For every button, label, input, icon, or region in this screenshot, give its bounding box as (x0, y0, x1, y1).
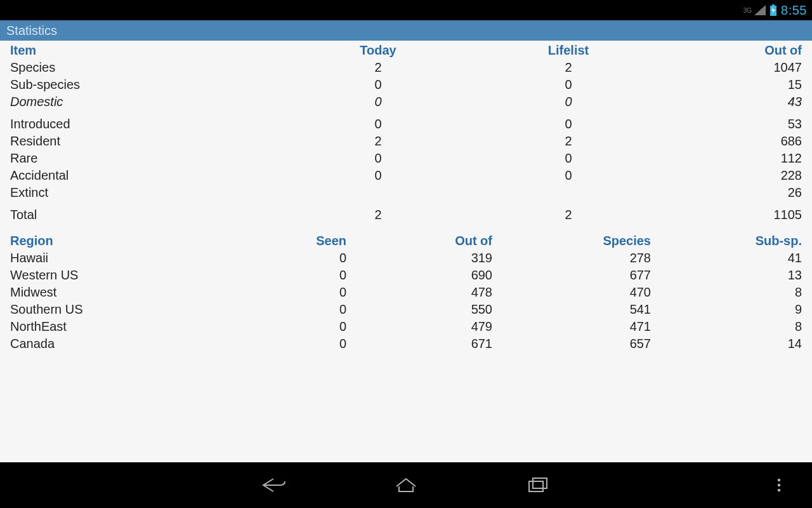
col-species: Species (492, 234, 651, 248)
table-row: Accidental00228 (10, 168, 802, 185)
item-label: Species (10, 60, 283, 75)
col-today: Today (283, 43, 473, 58)
region-seen: 0 (169, 251, 346, 265)
table-row: Domestic0043 (10, 95, 802, 112)
region-seen: 0 (169, 285, 346, 300)
region-label: Canada (10, 337, 169, 351)
content: Item Today Lifelist Out of Species221047… (0, 41, 812, 462)
col-seen: Seen (169, 234, 346, 248)
items-header-row: Item Today Lifelist Out of (10, 43, 802, 60)
region-subsp: 8 (651, 285, 802, 300)
col-outof: Out of (664, 43, 802, 58)
signal-icon (754, 5, 766, 15)
item-label: Domestic (10, 95, 283, 109)
region-subsp: 41 (651, 251, 802, 265)
item-label: Accidental (10, 168, 283, 183)
table-row: Western US069067713 (10, 268, 802, 285)
item-label: Sub-species (10, 77, 283, 92)
region-seen: 0 (169, 302, 346, 317)
item-label: Rare (10, 151, 283, 166)
overflow-menu-button[interactable] (771, 479, 787, 491)
region-label: Hawaii (10, 251, 169, 265)
region-label: NorthEast (10, 319, 169, 334)
table-row: NorthEast04794718 (10, 319, 802, 337)
table-row: Species221047 (10, 60, 802, 77)
region-species: 278 (492, 251, 651, 265)
col-lifelist: Lifelist (473, 43, 664, 58)
region-seen: 0 (169, 319, 346, 334)
region-outof: 319 (346, 251, 492, 265)
table-row: Rare00112 (10, 151, 802, 168)
col-item: Item (10, 43, 283, 58)
total-today: 2 (283, 208, 473, 222)
page-title: Statistics (6, 23, 57, 38)
table-row: Introduced0053 (10, 117, 802, 134)
item-lifelist: 0 (473, 168, 664, 183)
item-label: Extinct (10, 185, 283, 200)
region-label: Southern US (10, 302, 169, 317)
item-label: Introduced (10, 117, 283, 131)
title-bar: Statistics (0, 20, 812, 41)
status-bar: 3G 8:55 (0, 0, 812, 20)
battery-icon (769, 4, 777, 16)
clock: 8:55 (781, 3, 807, 18)
table-row: Extinct26 (10, 185, 802, 203)
svg-rect-1 (772, 4, 775, 6)
item-lifelist: 2 (473, 134, 664, 149)
item-today: 0 (283, 168, 473, 183)
region-outof: 690 (346, 268, 492, 283)
item-today: 2 (283, 60, 473, 75)
region-seen: 0 (169, 268, 346, 283)
item-label: Resident (10, 134, 283, 149)
region-outof: 550 (346, 302, 492, 317)
region-outof: 671 (346, 337, 492, 351)
region-species: 470 (492, 285, 651, 300)
region-subsp: 8 (651, 319, 802, 334)
region-subsp: 9 (651, 302, 802, 317)
region-subsp: 14 (651, 337, 802, 351)
region-outof: 478 (346, 285, 492, 300)
item-outof: 53 (664, 117, 802, 131)
item-outof: 43 (664, 95, 802, 109)
item-today: 0 (283, 95, 473, 109)
item-lifelist: 0 (473, 151, 664, 166)
svg-rect-5 (533, 478, 547, 488)
item-outof: 228 (664, 168, 802, 183)
table-row: Sub-species0015 (10, 77, 802, 95)
col-region: Region (10, 234, 169, 248)
item-outof: 26 (664, 185, 802, 200)
region-seen: 0 (169, 337, 346, 351)
table-row: Canada067165714 (10, 337, 802, 354)
item-outof: 686 (664, 134, 802, 149)
total-label: Total (10, 208, 283, 222)
home-button[interactable] (391, 472, 421, 498)
item-outof: 15 (664, 77, 802, 92)
item-lifelist: 0 (473, 77, 664, 92)
region-species: 471 (492, 319, 651, 334)
table-row: Resident22686 (10, 134, 802, 151)
region-label: Midwest (10, 285, 169, 300)
recent-apps-button[interactable] (523, 472, 553, 498)
table-row: Southern US05505419 (10, 302, 802, 319)
region-subsp: 13 (651, 268, 802, 283)
item-outof: 1047 (664, 60, 802, 75)
item-outof: 112 (664, 151, 802, 166)
item-today: 0 (283, 151, 473, 166)
svg-rect-4 (529, 481, 543, 491)
region-species: 541 (492, 302, 651, 317)
region-outof: 479 (346, 319, 492, 334)
total-lifelist: 2 (473, 208, 664, 222)
item-today: 2 (283, 134, 473, 149)
svg-marker-0 (754, 5, 766, 15)
item-lifelist: 2 (473, 60, 664, 75)
items-total-row: Total 2 2 1105 (10, 208, 802, 225)
region-species: 677 (492, 268, 651, 283)
col-subsp: Sub-sp. (651, 234, 802, 248)
network-type-label: 3G (743, 7, 752, 14)
item-lifelist: 0 (473, 117, 664, 131)
item-today: 0 (283, 117, 473, 131)
col-routof: Out of (346, 234, 492, 248)
back-button[interactable] (259, 472, 289, 498)
region-species: 657 (492, 337, 651, 351)
table-row: Hawaii031927841 (10, 251, 802, 268)
